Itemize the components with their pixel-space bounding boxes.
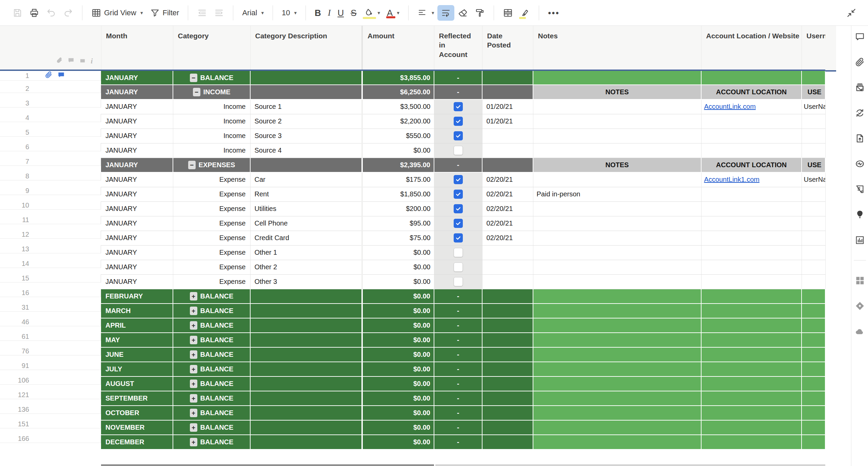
cell-category[interactable]: −EXPENSES (173, 158, 250, 172)
cell-month[interactable]: JANUARY (101, 99, 173, 114)
cell-category[interactable]: Income (173, 129, 250, 143)
cell-account-location[interactable] (701, 420, 802, 435)
row-number-cell[interactable]: 13 (0, 245, 101, 253)
cell-reflected[interactable] (434, 260, 482, 274)
cell-account-location[interactable] (701, 318, 802, 333)
cell-account-location[interactable] (701, 114, 802, 129)
cell-username[interactable] (802, 274, 825, 289)
cell-description[interactable] (250, 391, 362, 406)
cell-date-posted[interactable]: 02/20/21 (482, 172, 533, 187)
apps-grid-icon[interactable] (854, 275, 865, 286)
column-header-category[interactable]: Category (173, 26, 250, 70)
cell-amount[interactable]: $0.00 (362, 304, 434, 318)
row-number-cell[interactable]: 136 (0, 406, 101, 414)
cell-notes[interactable] (533, 129, 701, 143)
font-family-selector[interactable]: Arial ▾ (239, 6, 267, 20)
cell-notes[interactable] (533, 216, 701, 231)
cell-amount[interactable]: $0.00 (362, 406, 434, 420)
merge-cells-button[interactable] (499, 5, 516, 21)
undo-button[interactable] (43, 5, 60, 21)
cell-account-location[interactable] (701, 304, 802, 318)
cell-date-posted[interactable]: 02/20/21 (482, 187, 533, 201)
cell-account-location[interactable] (701, 201, 802, 216)
checkbox-checked[interactable] (454, 190, 463, 199)
cell-month[interactable]: JANUARY (101, 70, 173, 85)
row-number-cell[interactable]: 2 (0, 85, 101, 93)
cell-date-posted[interactable]: 02/20/21 (482, 201, 533, 216)
font-size-selector[interactable]: 10 ▾ (278, 6, 300, 20)
cell-description[interactable] (250, 420, 362, 435)
checkbox-checked[interactable] (454, 204, 463, 213)
cell-reflected[interactable]: - (434, 435, 482, 449)
cell-date-posted[interactable] (482, 274, 533, 289)
cell-date-posted[interactable] (482, 304, 533, 318)
cell-username[interactable] (802, 347, 825, 362)
cell-category[interactable]: Expense (173, 201, 250, 216)
checkbox-checked[interactable] (454, 102, 463, 111)
cell-reflected[interactable]: - (434, 70, 482, 85)
cell-description[interactable] (250, 158, 362, 172)
cell-account-location[interactable]: AccountLink.com (701, 99, 802, 114)
row-number-cell[interactable]: 1 (0, 71, 101, 81)
cell-category[interactable]: +BALANCE (173, 391, 250, 406)
wrap-text-button[interactable] (437, 5, 454, 21)
cell-description[interactable] (250, 289, 362, 304)
cell-username[interactable] (802, 260, 825, 274)
row-number-cell[interactable]: 7 (0, 158, 101, 166)
cell-username[interactable] (802, 143, 825, 158)
cell-date-posted[interactable] (482, 435, 533, 449)
cell-notes[interactable] (533, 347, 701, 362)
format-painter-button[interactable] (471, 5, 488, 21)
cell-category[interactable]: +BALANCE (173, 420, 250, 435)
cell-category[interactable]: Expense (173, 274, 250, 289)
cell-reflected[interactable] (434, 245, 482, 260)
cell-description[interactable]: Other 1 (250, 245, 362, 260)
cell-amount[interactable]: $6,250.00 (362, 85, 434, 99)
cell-month[interactable]: SEPTEMBER (101, 391, 173, 406)
cell-date-posted[interactable] (482, 391, 533, 406)
cell-amount[interactable]: $0.00 (362, 289, 434, 304)
checkbox-unchecked[interactable] (454, 146, 463, 155)
cell-description[interactable] (250, 70, 362, 85)
cell-username[interactable] (802, 201, 825, 216)
cell-date-posted[interactable] (482, 245, 533, 260)
cell-account-location[interactable]: AccountLink1.com (701, 172, 802, 187)
cell-notes[interactable] (533, 245, 701, 260)
row-number-cell[interactable]: 106 (0, 376, 101, 385)
cell-description[interactable] (250, 347, 362, 362)
cell-username[interactable] (802, 376, 825, 391)
bold-button[interactable]: B (311, 6, 324, 20)
cell-category[interactable]: −BALANCE (173, 70, 250, 85)
cell-username[interactable] (802, 129, 825, 143)
cell-notes[interactable] (533, 406, 701, 420)
cell-category[interactable]: Expense (173, 216, 250, 231)
checkbox-checked[interactable] (454, 219, 463, 228)
cell-month[interactable]: JANUARY (101, 274, 173, 289)
cell-month[interactable]: JANUARY (101, 172, 173, 187)
expand-toggle[interactable]: + (190, 409, 197, 417)
cell-account-location[interactable] (701, 274, 802, 289)
column-header-amount[interactable]: Amount (362, 26, 434, 70)
cell-reflected[interactable]: - (434, 304, 482, 318)
cell-category[interactable]: +BALANCE (173, 362, 250, 376)
cell-reflected[interactable]: - (434, 318, 482, 333)
cell-notes[interactable] (533, 362, 701, 376)
fill-color-button[interactable]: ▾ (360, 5, 384, 21)
font-color-button[interactable]: A ▾ (383, 6, 403, 20)
cell-username[interactable] (802, 435, 825, 449)
cell-username[interactable] (802, 289, 825, 304)
cell-reflected[interactable]: - (434, 333, 482, 347)
cell-month[interactable]: NOVEMBER (101, 420, 173, 435)
row-number-cell[interactable]: 16 (0, 289, 101, 297)
row-number-cell[interactable]: 14 (0, 260, 101, 268)
cell-month[interactable]: JANUARY (101, 85, 173, 99)
cell-date-posted[interactable]: 01/20/21 (482, 114, 533, 129)
cell-reflected[interactable]: - (434, 85, 482, 99)
cell-month[interactable]: OCTOBER (101, 406, 173, 420)
cell-account-location[interactable] (701, 333, 802, 347)
cell-category[interactable]: Expense (173, 172, 250, 187)
row-number-cell[interactable]: 61 (0, 333, 101, 341)
cell-account-location[interactable] (701, 391, 802, 406)
checkbox-checked[interactable] (454, 131, 463, 140)
cell-username[interactable] (802, 420, 825, 435)
